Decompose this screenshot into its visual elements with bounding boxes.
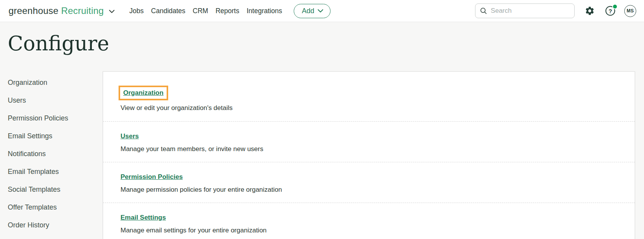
search-icon (480, 7, 487, 15)
app-logo[interactable]: greenhouse Recruiting (9, 5, 115, 16)
sidebar-item-offer-templates[interactable]: Offer Templates (8, 203, 68, 212)
section-description: Manage email settings for your entire or… (121, 226, 619, 235)
logo-product-text: Recruiting (61, 5, 104, 16)
click-highlight-box: Organization (119, 86, 168, 100)
add-button[interactable]: Add (294, 4, 331, 18)
configure-sidebar: Organization Users Permission Policies E… (8, 78, 68, 238)
section-description: Manage permission policies for your enti… (121, 185, 619, 194)
nav-item-crm[interactable]: CRM (193, 0, 208, 22)
section-permission-policies: Permission Policies Manage permission po… (103, 162, 635, 203)
section-email-settings: Email Settings Manage email settings for… (103, 203, 635, 239)
sidebar-item-order-history[interactable]: Order History (8, 220, 68, 230)
section-description: View or edit your organization's details (121, 103, 619, 113)
user-avatar[interactable]: MS (624, 5, 636, 17)
add-button-label: Add (302, 7, 314, 15)
page-title: Configure (8, 31, 109, 56)
nav-item-jobs[interactable]: Jobs (129, 0, 144, 22)
nav-item-reports[interactable]: Reports (215, 0, 239, 22)
organization-link[interactable]: Organization (123, 89, 164, 96)
sidebar-item-users[interactable]: Users (8, 96, 68, 105)
help-icon[interactable]: ? (605, 5, 616, 16)
sidebar-item-notifications[interactable]: Notifications (8, 149, 68, 158)
email-settings-link[interactable]: Email Settings (121, 214, 166, 221)
sidebar-item-social-templates[interactable]: Social Templates (8, 185, 68, 194)
search-input[interactable] (491, 7, 570, 15)
configure-panel: Organization View or edit your organizat… (103, 71, 635, 239)
primary-nav: Jobs Candidates CRM Reports Integrations (129, 0, 282, 22)
permission-policies-link[interactable]: Permission Policies (121, 173, 183, 181)
top-nav-bar: greenhouse Recruiting Jobs Candidates CR… (0, 0, 644, 22)
sidebar-item-organization[interactable]: Organization (8, 78, 68, 87)
settings-gear-icon[interactable] (585, 6, 595, 16)
logo-brand-text: greenhouse (9, 5, 59, 16)
sidebar-item-email-templates[interactable]: Email Templates (8, 167, 68, 176)
help-question-glyph: ? (608, 8, 612, 14)
chevron-down-icon (318, 9, 323, 12)
users-link[interactable]: Users (121, 132, 139, 140)
section-description: Manage your team members, or invite new … (121, 144, 619, 154)
notification-dot (613, 5, 617, 9)
global-search[interactable] (475, 3, 575, 18)
chevron-down-icon (109, 10, 115, 13)
section-users: Users Manage your team members, or invit… (103, 122, 635, 162)
avatar-initials: MS (627, 8, 634, 14)
sidebar-item-email-settings[interactable]: Email Settings (8, 131, 68, 141)
section-organization: Organization View or edit your organizat… (103, 72, 635, 122)
sidebar-item-permission-policies[interactable]: Permission Policies (8, 113, 68, 123)
nav-item-integrations[interactable]: Integrations (246, 0, 282, 22)
nav-item-candidates[interactable]: Candidates (151, 0, 186, 22)
